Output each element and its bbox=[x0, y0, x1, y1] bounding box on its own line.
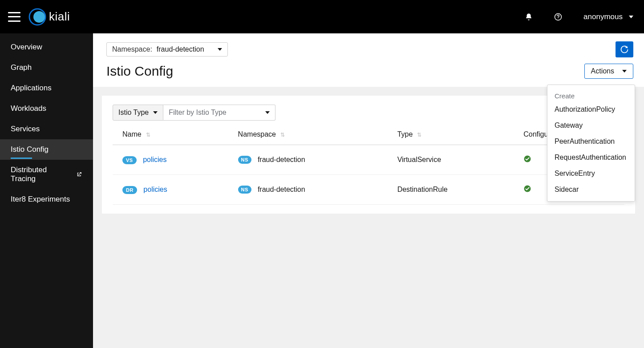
config-name-link[interactable]: policies bbox=[143, 186, 167, 193]
sidebar-item-label: Workloads bbox=[11, 104, 46, 113]
svg-point-1 bbox=[33, 11, 45, 23]
caret-down-icon bbox=[153, 111, 158, 114]
filter-value-select[interactable]: Filter by Istio Type bbox=[163, 105, 275, 121]
brand-name: kiali bbox=[49, 10, 70, 24]
action-create-peerauthentication[interactable]: PeerAuthentication bbox=[547, 134, 635, 150]
actions-button-label: Actions bbox=[591, 67, 614, 75]
type-badge: VS bbox=[122, 156, 137, 164]
action-create-requestauthentication[interactable]: RequestAuthentication bbox=[547, 150, 635, 166]
sidebar-item-graph[interactable]: Graph bbox=[0, 57, 93, 78]
sidebar-item-overview[interactable]: Overview bbox=[0, 37, 93, 57]
sidebar-item-label: Applications bbox=[11, 84, 52, 93]
sidebar-item-label: Istio Config bbox=[11, 145, 49, 154]
column-header-label: Type bbox=[397, 130, 413, 138]
sort-icon: ⇅ bbox=[280, 132, 285, 138]
sidebar-item-applications[interactable]: Applications bbox=[0, 78, 93, 98]
action-create-sidecar[interactable]: Sidecar bbox=[547, 182, 635, 198]
filter-type-label[interactable]: Istio Type bbox=[113, 105, 163, 121]
type-badge: DR bbox=[122, 186, 137, 194]
action-create-gateway[interactable]: Gateway bbox=[547, 117, 635, 134]
sidebar-item-distributed-tracing[interactable]: Distributed Tracing bbox=[0, 160, 93, 189]
sidebar: Overview Graph Applications Workloads Se… bbox=[0, 33, 93, 348]
caret-down-icon bbox=[622, 70, 627, 73]
filter-label-text: Istio Type bbox=[118, 109, 149, 117]
caret-down-icon bbox=[629, 16, 633, 18]
notifications-icon[interactable] bbox=[525, 13, 533, 21]
caret-down-icon bbox=[218, 48, 222, 51]
topbar: kiali anonymous bbox=[0, 0, 644, 33]
check-circle-icon bbox=[523, 155, 531, 163]
sidebar-item-workloads[interactable]: Workloads bbox=[0, 98, 93, 119]
column-header-type[interactable]: Type⇅ bbox=[388, 124, 514, 145]
column-header-namespace[interactable]: Namespace⇅ bbox=[228, 124, 388, 145]
help-icon[interactable] bbox=[554, 13, 562, 21]
sidebar-item-iter8[interactable]: Iter8 Experiments bbox=[0, 189, 93, 210]
check-circle-icon bbox=[523, 185, 531, 193]
sidebar-item-label: Services bbox=[11, 125, 40, 134]
refresh-button[interactable] bbox=[616, 41, 633, 57]
namespace-selector[interactable]: Namespace: fraud-detection bbox=[106, 42, 228, 57]
sidebar-item-label: Overview bbox=[11, 43, 42, 52]
namespace-selector-value: fraud-detection bbox=[157, 45, 204, 53]
kiali-logo-icon bbox=[28, 8, 46, 26]
external-link-icon bbox=[76, 171, 82, 178]
sort-icon: ⇅ bbox=[417, 132, 421, 138]
column-header-label: Namespace bbox=[238, 130, 276, 138]
sidebar-item-istio-config[interactable]: Istio Config bbox=[0, 139, 93, 160]
type-value: VirtualService bbox=[397, 156, 441, 163]
menu-toggle-button[interactable] bbox=[8, 12, 20, 22]
sidebar-item-label: Iter8 Experiments bbox=[11, 195, 70, 204]
user-name: anonymous bbox=[583, 12, 623, 21]
actions-dropdown: Create AuthorizationPolicy Gateway PeerA… bbox=[547, 85, 635, 202]
refresh-icon bbox=[620, 45, 629, 54]
column-header-label: Name bbox=[122, 130, 142, 138]
sidebar-item-label: Distributed Tracing bbox=[11, 166, 72, 183]
sidebar-item-services[interactable]: Services bbox=[0, 119, 93, 139]
namespace-selector-label: Namespace: bbox=[112, 45, 152, 53]
actions-button[interactable]: Actions bbox=[584, 64, 633, 79]
namespace-badge: NS bbox=[238, 156, 251, 164]
action-create-serviceentry[interactable]: ServiceEntry bbox=[547, 166, 635, 182]
action-create-authorizationpolicy[interactable]: AuthorizationPolicy bbox=[547, 101, 635, 117]
main-content: Namespace: fraud-detection Istio Config … bbox=[93, 33, 644, 348]
config-name-link[interactable]: policies bbox=[143, 156, 166, 163]
namespace-value: fraud-detection bbox=[258, 156, 305, 164]
svg-point-3 bbox=[558, 18, 559, 19]
namespace-value: fraud-detection bbox=[258, 186, 305, 194]
type-value: DestinationRule bbox=[397, 186, 448, 193]
user-menu[interactable]: anonymous bbox=[583, 12, 633, 21]
namespace-badge: NS bbox=[238, 186, 251, 194]
caret-down-icon bbox=[265, 111, 270, 114]
sidebar-item-label: Graph bbox=[11, 63, 32, 72]
brand-logo[interactable]: kiali bbox=[28, 8, 70, 26]
page-header: Namespace: fraud-detection Istio Config … bbox=[93, 33, 644, 87]
actions-dropdown-section-label: Create bbox=[547, 89, 635, 101]
filter-placeholder: Filter by Istio Type bbox=[169, 109, 227, 117]
page-title: Istio Config bbox=[106, 64, 173, 79]
sort-icon: ⇅ bbox=[146, 132, 150, 138]
column-header-name[interactable]: Name⇅ bbox=[113, 124, 228, 145]
